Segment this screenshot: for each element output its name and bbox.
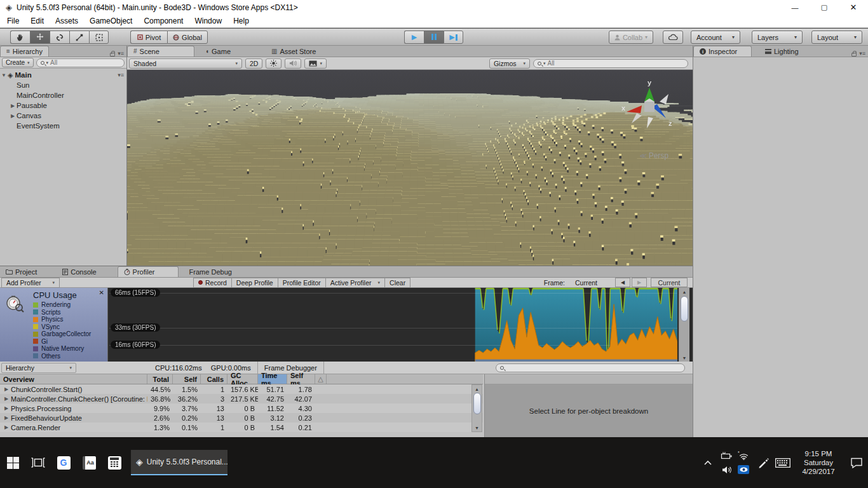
table-scroll-down-icon[interactable]: ▼ bbox=[472, 424, 482, 431]
row-expand-arrow-icon[interactable]: ▶ bbox=[3, 415, 10, 421]
table-row[interactable]: ▶ChunkController.Start()44.5%1.5%1157.6 … bbox=[0, 384, 483, 394]
column-header-overview[interactable]: Overview bbox=[0, 374, 147, 384]
account-dropdown[interactable]: Account bbox=[691, 30, 740, 44]
chart-scroll-thumb[interactable] bbox=[681, 296, 688, 322]
tab-console[interactable]: Console bbox=[57, 266, 102, 277]
lock-icon[interactable] bbox=[110, 53, 115, 57]
table-row[interactable]: ▶MainController.ChunkChecker() [Coroutin… bbox=[0, 394, 483, 403]
task-view-button[interactable] bbox=[25, 445, 51, 480]
global-toggle-button[interactable]: Global bbox=[167, 30, 208, 44]
column-header-self[interactable]: Self bbox=[173, 374, 201, 384]
next-frame-button[interactable]: ▶ bbox=[632, 278, 647, 287]
hierarchy-item-canvas[interactable]: ▶Canvas bbox=[0, 111, 126, 121]
taskbar-unity-window-button[interactable]: ◈ Unity 5.5.0f3 Personal... bbox=[131, 450, 227, 475]
legend-item-others[interactable]: Others bbox=[33, 353, 104, 360]
column-header-total[interactable]: Total bbox=[147, 374, 173, 384]
legend-item-scripts[interactable]: Scripts bbox=[33, 309, 104, 316]
tab-profiler[interactable]: Profiler bbox=[118, 266, 179, 277]
table-row[interactable]: ▶FixedBehaviourUpdate2.6%0.2%130 B3.120.… bbox=[0, 413, 483, 423]
column-header-gc-alloc[interactable]: GC Alloc bbox=[227, 374, 258, 384]
scene-viewport[interactable]: y x z ≪Persp bbox=[127, 70, 693, 266]
scene-lighting-button[interactable] bbox=[266, 58, 281, 69]
tab-asset-store[interactable]: ▥ Asset Store bbox=[266, 46, 322, 57]
collapse-arrow-icon[interactable]: ▼ bbox=[0, 72, 8, 78]
shading-mode-dropdown[interactable]: Shaded▾ bbox=[129, 58, 242, 69]
current-frame-button[interactable]: Current bbox=[651, 278, 688, 287]
tab-inspector[interactable]: i Inspector bbox=[693, 46, 752, 57]
hierarchy-item-main[interactable]: ▼ ◈ Main ▾≡ bbox=[0, 70, 126, 80]
prev-frame-button[interactable]: ◀ bbox=[615, 278, 630, 287]
tab-frame-debug[interactable]: Frame Debug bbox=[184, 266, 238, 277]
minimize-button[interactable]: — bbox=[780, 0, 810, 15]
chart-vertical-scrollbar[interactable]: ▲ ▼ bbox=[679, 288, 689, 362]
scale-tool-button[interactable] bbox=[69, 30, 89, 44]
hierarchy-item-pausable[interactable]: ▶Pausable bbox=[0, 100, 126, 111]
taskbar-chrome-button[interactable]: G bbox=[51, 445, 76, 480]
orientation-gizmo[interactable]: y x z bbox=[620, 79, 679, 137]
scene-effects-dropdown[interactable]: ▾ bbox=[304, 58, 327, 69]
wifi-icon[interactable]: * bbox=[738, 451, 749, 460]
tab-hierarchy[interactable]: ≡ Hierarchy bbox=[0, 46, 49, 57]
hierarchy-item-sun[interactable]: Sun bbox=[0, 80, 126, 90]
hierarchy-search-input[interactable]: ▾ All bbox=[36, 58, 125, 67]
cpu-usage-module[interactable]: ✕ CPU Usage RenderingScriptsPhysicsVSync… bbox=[0, 288, 108, 362]
rect-tool-button[interactable] bbox=[89, 30, 109, 44]
eye-care-tray-icon[interactable] bbox=[738, 465, 749, 474]
legend-item-native-memory[interactable]: Native Memory bbox=[33, 345, 104, 353]
expand-arrow-icon[interactable]: ▶ bbox=[9, 103, 17, 109]
scroll-up-icon[interactable]: ▲ bbox=[679, 288, 689, 295]
profiler-view-dropdown[interactable]: Hierarchy▾ bbox=[1, 363, 76, 373]
row-expand-arrow-icon[interactable]: ▶ bbox=[3, 396, 10, 402]
table-row[interactable]: ▶Physics.Processing9.9%3.7%130 B11.524.3… bbox=[0, 403, 483, 413]
panel-menu-icon[interactable]: ▾≡ bbox=[118, 50, 124, 57]
scene-menu-icon[interactable]: ▾≡ bbox=[118, 72, 126, 78]
battery-charging-icon[interactable] bbox=[721, 452, 733, 459]
cpu-graph-area[interactable]: 66ms (15FPS)33ms (30FPS)16ms (60FPS) bbox=[109, 288, 677, 362]
tab-lighting[interactable]: Lighting bbox=[759, 46, 804, 57]
profile-editor-button[interactable]: Profile Editor bbox=[278, 278, 325, 288]
row-expand-arrow-icon[interactable]: ▶ bbox=[3, 405, 10, 411]
scene-audio-button[interactable] bbox=[285, 58, 301, 69]
start-button[interactable] bbox=[0, 445, 25, 480]
taskbar-dictionary-button[interactable]: Aa bbox=[76, 445, 102, 480]
scroll-down-icon[interactable]: ▼ bbox=[679, 354, 689, 362]
add-profiler-dropdown[interactable]: Add Profiler▾ bbox=[1, 278, 60, 288]
scene-search-input[interactable]: ▾ All bbox=[533, 59, 688, 68]
table-scroll-thumb[interactable] bbox=[473, 393, 481, 414]
move-tool-button[interactable] bbox=[30, 30, 50, 44]
table-scroll-up-icon[interactable]: ▲ bbox=[472, 385, 482, 393]
legend-item-garbagecollector[interactable]: GarbageCollector bbox=[33, 330, 104, 338]
menu-item-edit[interactable]: Edit bbox=[25, 17, 50, 25]
column-header-self-ms[interactable]: Self ms bbox=[287, 374, 315, 384]
perspective-mode-label[interactable]: ≪Persp bbox=[639, 151, 668, 160]
tab-game[interactable]: ◖ Game bbox=[200, 46, 236, 57]
column-header-warnings[interactable]: △ bbox=[315, 374, 327, 384]
action-center-icon[interactable] bbox=[850, 458, 863, 468]
pivot-toggle-button[interactable]: Pivot bbox=[130, 30, 167, 44]
layers-dropdown[interactable]: Layers bbox=[752, 30, 803, 44]
collab-dropdown[interactable]: Collab▾ bbox=[609, 30, 653, 44]
gizmos-dropdown[interactable]: Gizmos▾ bbox=[489, 58, 530, 69]
legend-item-rendering[interactable]: Rendering bbox=[33, 301, 104, 309]
tray-chevron-icon[interactable] bbox=[703, 459, 712, 466]
row-expand-arrow-icon[interactable]: ▶ bbox=[3, 424, 10, 430]
column-header-time-ms[interactable]: Time ms bbox=[258, 374, 287, 384]
expand-arrow-icon[interactable]: ▶ bbox=[9, 113, 17, 119]
menu-item-file[interactable]: File bbox=[1, 17, 25, 25]
touch-keyboard-icon[interactable] bbox=[775, 458, 790, 468]
hierarchy-item-eventsystem[interactable]: EventSystem bbox=[0, 121, 126, 131]
close-module-icon[interactable]: ✕ bbox=[99, 289, 104, 296]
tab-project[interactable]: Project bbox=[0, 266, 43, 277]
active-profiler-dropdown[interactable]: Active Profiler▾ bbox=[325, 278, 384, 288]
pause-button[interactable] bbox=[424, 30, 444, 44]
menu-item-help[interactable]: Help bbox=[227, 17, 255, 25]
row-expand-arrow-icon[interactable]: ▶ bbox=[3, 386, 10, 392]
close-button[interactable]: ✕ bbox=[839, 0, 868, 15]
menu-item-component[interactable]: Component bbox=[138, 17, 189, 25]
table-vertical-scrollbar[interactable]: ▲ ▼ bbox=[471, 384, 482, 432]
inspector-menu-icon[interactable]: ▾≡ bbox=[859, 50, 865, 57]
2d-toggle-button[interactable]: 2D bbox=[245, 58, 262, 69]
pen-tray-icon[interactable] bbox=[758, 458, 769, 468]
step-button[interactable]: ▶ bbox=[444, 30, 463, 44]
taskbar-calculator-button[interactable] bbox=[102, 445, 127, 480]
